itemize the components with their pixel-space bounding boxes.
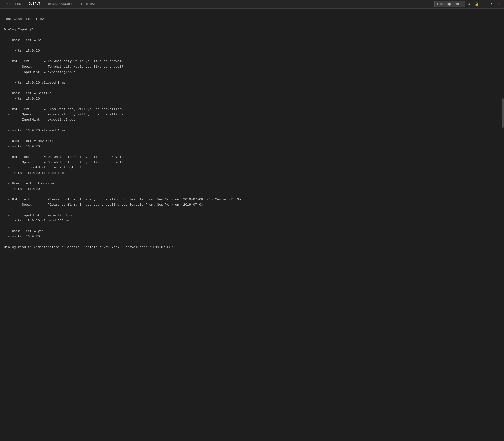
output-line [4,32,500,38]
output-line [4,175,500,181]
lock-icon-button[interactable]: 🔒 [473,1,480,7]
output-line: Test Case: Full flow [4,16,500,22]
output-line [4,223,500,229]
scrollbar[interactable] [502,98,504,128]
output-line [4,43,500,48]
tab-group: PROBLEMS OUTPUT DEBUG CONSOLE TERMINAL [2,0,100,8]
output-line [4,207,500,213]
upload-icon: ⬆ [483,3,485,6]
test-explorer-dropdown[interactable]: Test Explorer ▾ [434,1,465,7]
lock-icon: 🔒 [475,2,479,6]
close-icon: ✕ [498,2,500,6]
output-line: - -> ts: 15:9:20 [4,96,500,102]
close-button[interactable]: ✕ [496,1,502,7]
output-line: - User: Text = tomorrow [4,181,500,186]
tab-terminal[interactable]: TERMINAL [77,0,100,8]
tab-problems[interactable]: PROBLEMS [2,0,25,8]
output-line: - InputHint = expectingInput [4,213,500,218]
output-line [4,22,500,27]
output-line: Dialog Input {} [4,27,500,32]
output-line: Dialog result: {"destination":"Seattle",… [4,245,500,250]
output-line: - Speak = On what date would you like to… [4,160,500,165]
output-line: - User: Text = hi [4,38,500,43]
output-line: - -> ts: 15:9:20 elapsed 1 ms [4,170,500,176]
output-line [4,239,500,245]
output-line: - -> ts: 15:9:20 [4,186,500,192]
output-line: - User: Text = yes [4,229,500,234]
explorer-label: Test Explorer [437,2,460,6]
output-line: - -> ts: 15:9:20 [4,234,500,239]
output-line [4,191,500,197]
output-line [4,54,500,59]
output-line [4,149,500,154]
output-line: - Speak = To what city would you like to… [4,64,500,70]
output-line [4,122,500,128]
output-line [4,133,500,139]
output-line [4,101,500,107]
top-right-controls: Test Explorer ▾ ≡ 🔒 ⬆ ∧ ✕ [434,1,502,7]
output-line: - -> ts: 15:9:20 [4,48,500,54]
output-line: - InputHint = expectingInput [4,165,500,170]
tab-debug-console[interactable]: DEBUG CONSOLE [44,0,77,8]
output-line: - -> ts: 15:9:20 elapsed 1 ms [4,128,500,133]
output-line: - Speak = From what city will you be tra… [4,112,500,117]
expand-icon-button[interactable]: ∧ [488,1,495,7]
output-line: - User: Text = Seattle [4,91,500,96]
output-line: - InputHint = expectingInput [4,117,500,123]
upload-icon-button[interactable]: ⬆ [481,1,487,7]
output-line: - Bot: Text = From what city will you be… [4,107,500,112]
list-icon: ≡ [468,2,470,6]
output-line: - Speak = Please confirm, I have you tra… [4,202,500,207]
output-line: - -> ts: 15:9:20 elapsed 265 ms [4,218,500,223]
output-line: - InputHint = expectingInput [4,70,500,75]
output-line: - User: Text = New York [4,138,500,144]
chevron-down-icon: ▾ [461,2,463,6]
output-content: Test Case: Full flowDialog Input {} - Us… [0,9,504,252]
output-line: - Bot: Text = To what city would you lik… [4,59,500,64]
output-line [4,85,500,91]
output-line [4,75,500,80]
output-line: - Bot: Text = Please confirm, I have you… [4,197,500,202]
output-line: - -> ts: 15:9:20 [4,144,500,149]
expand-icon: ∧ [490,2,492,6]
list-icon-button[interactable]: ≡ [466,1,473,7]
output-line: - Bot: Text = On what date would you lik… [4,154,500,160]
text-cursor [4,192,4,196]
top-bar: PROBLEMS OUTPUT DEBUG CONSOLE TERMINAL T… [0,0,504,9]
output-line: - -> ts: 15:9:20 elapsed 3 ms [4,80,500,86]
tab-output[interactable]: OUTPUT [25,0,44,8]
